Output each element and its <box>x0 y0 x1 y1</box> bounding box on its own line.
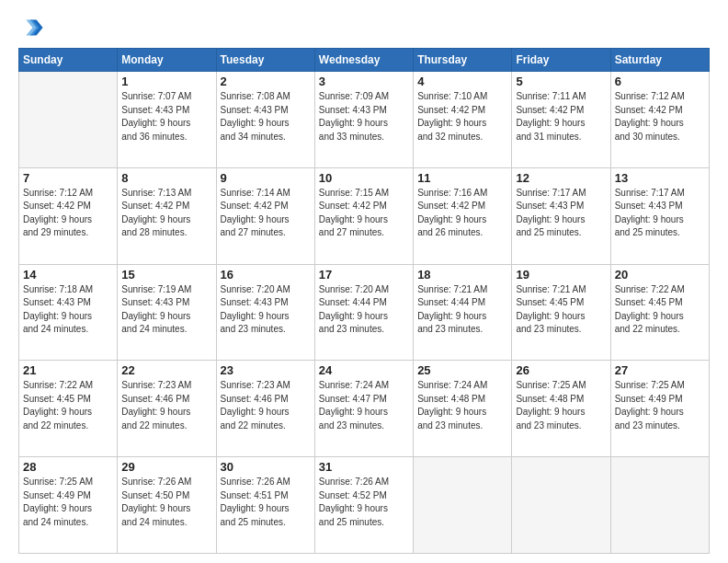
day-info: Sunrise: 7:12 AM Sunset: 4:42 PM Dayligh… <box>615 90 705 144</box>
day-number: 24 <box>319 363 409 377</box>
calendar-cell: 29Sunrise: 7:26 AM Sunset: 4:50 PM Dayli… <box>118 457 216 554</box>
day-number: 1 <box>121 75 211 88</box>
day-header-monday: Monday <box>118 49 216 72</box>
day-number: 30 <box>221 460 311 474</box>
day-info: Sunrise: 7:16 AM Sunset: 4:42 PM Dayligh… <box>417 187 507 240</box>
day-number: 22 <box>121 363 211 377</box>
day-info: Sunrise: 7:15 AM Sunset: 4:42 PM Dayligh… <box>319 187 409 240</box>
day-number: 20 <box>615 268 705 282</box>
calendar-cell: 15Sunrise: 7:19 AM Sunset: 4:43 PM Dayli… <box>118 264 216 361</box>
day-number: 21 <box>23 363 113 377</box>
day-number: 2 <box>221 75 311 88</box>
calendar-cell <box>414 457 512 554</box>
calendar-cell: 21Sunrise: 7:22 AM Sunset: 4:45 PM Dayli… <box>19 361 118 457</box>
day-header-wednesday: Wednesday <box>314 49 413 72</box>
calendar-cell: 6Sunrise: 7:12 AM Sunset: 4:42 PM Daylig… <box>610 72 709 168</box>
day-number: 12 <box>516 171 606 185</box>
day-header-sunday: Sunday <box>19 49 118 72</box>
calendar-cell: 19Sunrise: 7:21 AM Sunset: 4:45 PM Dayli… <box>512 264 610 361</box>
calendar-cell: 10Sunrise: 7:15 AM Sunset: 4:42 PM Dayli… <box>314 167 413 264</box>
day-number: 28 <box>23 460 113 474</box>
page: SundayMondayTuesdayWednesdayThursdayFrid… <box>0 0 728 563</box>
day-number: 11 <box>417 171 507 185</box>
calendar-body: 1Sunrise: 7:07 AM Sunset: 4:43 PM Daylig… <box>19 72 710 554</box>
day-number: 29 <box>121 460 211 474</box>
calendar-cell: 31Sunrise: 7:26 AM Sunset: 4:52 PM Dayli… <box>314 457 413 554</box>
day-number: 6 <box>615 75 705 88</box>
day-info: Sunrise: 7:26 AM Sunset: 4:51 PM Dayligh… <box>221 476 311 529</box>
calendar-cell: 11Sunrise: 7:16 AM Sunset: 4:42 PM Dayli… <box>414 167 512 264</box>
day-info: Sunrise: 7:18 AM Sunset: 4:43 PM Dayligh… <box>23 283 113 337</box>
day-info: Sunrise: 7:10 AM Sunset: 4:42 PM Dayligh… <box>417 90 507 144</box>
day-info: Sunrise: 7:21 AM Sunset: 4:44 PM Dayligh… <box>417 283 507 337</box>
day-header-thursday: Thursday <box>414 49 512 72</box>
day-number: 14 <box>23 268 113 282</box>
calendar-header: SundayMondayTuesdayWednesdayThursdayFrid… <box>19 49 710 72</box>
calendar-cell: 23Sunrise: 7:23 AM Sunset: 4:46 PM Dayli… <box>216 361 314 457</box>
calendar-cell <box>19 72 118 168</box>
day-info: Sunrise: 7:17 AM Sunset: 4:43 PM Dayligh… <box>615 187 705 240</box>
day-info: Sunrise: 7:20 AM Sunset: 4:43 PM Dayligh… <box>221 283 311 337</box>
week-row-3: 21Sunrise: 7:22 AM Sunset: 4:45 PM Dayli… <box>19 361 710 457</box>
day-number: 31 <box>319 460 409 474</box>
day-info: Sunrise: 7:26 AM Sunset: 4:50 PM Dayligh… <box>121 476 211 529</box>
calendar-cell: 9Sunrise: 7:14 AM Sunset: 4:42 PM Daylig… <box>216 167 314 264</box>
day-number: 17 <box>319 268 409 282</box>
day-info: Sunrise: 7:23 AM Sunset: 4:46 PM Dayligh… <box>121 379 211 432</box>
header <box>18 15 710 40</box>
calendar-cell: 20Sunrise: 7:22 AM Sunset: 4:45 PM Dayli… <box>610 264 709 361</box>
calendar-cell: 22Sunrise: 7:23 AM Sunset: 4:46 PM Dayli… <box>118 361 216 457</box>
day-number: 9 <box>221 171 311 185</box>
day-info: Sunrise: 7:25 AM Sunset: 4:49 PM Dayligh… <box>23 476 113 529</box>
calendar-cell: 2Sunrise: 7:08 AM Sunset: 4:43 PM Daylig… <box>216 72 314 168</box>
day-number: 10 <box>319 171 409 185</box>
day-number: 5 <box>516 75 606 88</box>
day-number: 18 <box>417 268 507 282</box>
day-number: 16 <box>221 268 311 282</box>
day-number: 25 <box>417 363 507 377</box>
week-row-1: 7Sunrise: 7:12 AM Sunset: 4:42 PM Daylig… <box>19 167 710 264</box>
day-number: 23 <box>221 363 311 377</box>
calendar-cell: 17Sunrise: 7:20 AM Sunset: 4:44 PM Dayli… <box>314 264 413 361</box>
logo <box>18 15 48 40</box>
logo-icon <box>18 15 44 40</box>
calendar-cell: 3Sunrise: 7:09 AM Sunset: 4:43 PM Daylig… <box>314 72 413 168</box>
calendar-cell <box>512 457 610 554</box>
day-info: Sunrise: 7:25 AM Sunset: 4:49 PM Dayligh… <box>615 379 705 432</box>
day-header-tuesday: Tuesday <box>216 49 314 72</box>
calendar-table: SundayMondayTuesdayWednesdayThursdayFrid… <box>18 48 710 554</box>
week-row-2: 14Sunrise: 7:18 AM Sunset: 4:43 PM Dayli… <box>19 264 710 361</box>
day-info: Sunrise: 7:26 AM Sunset: 4:52 PM Dayligh… <box>319 476 409 529</box>
calendar-cell: 30Sunrise: 7:26 AM Sunset: 4:51 PM Dayli… <box>216 457 314 554</box>
calendar-cell: 27Sunrise: 7:25 AM Sunset: 4:49 PM Dayli… <box>610 361 709 457</box>
day-number: 13 <box>615 171 705 185</box>
calendar-cell: 5Sunrise: 7:11 AM Sunset: 4:42 PM Daylig… <box>512 72 610 168</box>
calendar-cell: 14Sunrise: 7:18 AM Sunset: 4:43 PM Dayli… <box>19 264 118 361</box>
day-info: Sunrise: 7:19 AM Sunset: 4:43 PM Dayligh… <box>121 283 211 337</box>
calendar-cell: 28Sunrise: 7:25 AM Sunset: 4:49 PM Dayli… <box>19 457 118 554</box>
calendar-cell: 8Sunrise: 7:13 AM Sunset: 4:42 PM Daylig… <box>118 167 216 264</box>
day-number: 3 <box>319 75 409 88</box>
day-info: Sunrise: 7:22 AM Sunset: 4:45 PM Dayligh… <box>615 283 705 337</box>
days-of-week-row: SundayMondayTuesdayWednesdayThursdayFrid… <box>19 49 710 72</box>
calendar-cell: 12Sunrise: 7:17 AM Sunset: 4:43 PM Dayli… <box>512 167 610 264</box>
day-number: 15 <box>121 268 211 282</box>
day-info: Sunrise: 7:21 AM Sunset: 4:45 PM Dayligh… <box>516 283 606 337</box>
day-info: Sunrise: 7:24 AM Sunset: 4:47 PM Dayligh… <box>319 379 409 432</box>
day-info: Sunrise: 7:14 AM Sunset: 4:42 PM Dayligh… <box>221 187 311 240</box>
day-info: Sunrise: 7:13 AM Sunset: 4:42 PM Dayligh… <box>121 187 211 240</box>
day-header-saturday: Saturday <box>610 49 709 72</box>
calendar-cell <box>610 457 709 554</box>
calendar-cell: 1Sunrise: 7:07 AM Sunset: 4:43 PM Daylig… <box>118 72 216 168</box>
day-info: Sunrise: 7:12 AM Sunset: 4:42 PM Dayligh… <box>23 187 113 240</box>
calendar-cell: 16Sunrise: 7:20 AM Sunset: 4:43 PM Dayli… <box>216 264 314 361</box>
day-info: Sunrise: 7:22 AM Sunset: 4:45 PM Dayligh… <box>23 379 113 432</box>
calendar-cell: 13Sunrise: 7:17 AM Sunset: 4:43 PM Dayli… <box>610 167 709 264</box>
day-number: 4 <box>417 75 507 88</box>
day-info: Sunrise: 7:23 AM Sunset: 4:46 PM Dayligh… <box>221 379 311 432</box>
day-header-friday: Friday <box>512 49 610 72</box>
day-number: 19 <box>516 268 606 282</box>
day-number: 27 <box>615 363 705 377</box>
calendar-cell: 18Sunrise: 7:21 AM Sunset: 4:44 PM Dayli… <box>414 264 512 361</box>
calendar-cell: 25Sunrise: 7:24 AM Sunset: 4:48 PM Dayli… <box>414 361 512 457</box>
